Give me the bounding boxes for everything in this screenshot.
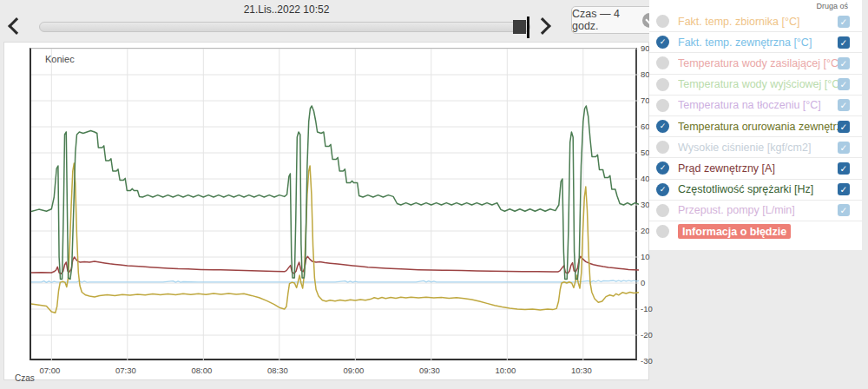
series-toggle-row[interactable]: Przepust. pompy [L/min]✓ (649, 201, 862, 221)
series-line (31, 280, 639, 282)
scroll-right-icon[interactable] (534, 17, 551, 35)
y-tick-label: -30 (641, 356, 661, 366)
series-label: Wysokie ciśnienie [kgf/cm2] (678, 142, 811, 154)
series-line (31, 163, 639, 313)
series-unselected-circle-icon[interactable] (656, 225, 669, 238)
series-label: Temperatura wody wyjściowej [°C] (678, 78, 838, 90)
x-tick-label: 08:00 (182, 366, 220, 375)
x-tick-label: 09:00 (334, 366, 372, 375)
second-axis-checkbox[interactable]: ✓ (838, 162, 850, 175)
time-range-label: Czas — 4 godz. (572, 8, 637, 32)
x-tick-label: 07:00 (30, 366, 69, 375)
series-unselected-circle-icon[interactable] (656, 141, 669, 154)
series-line (31, 256, 639, 274)
chart-canvas (31, 49, 639, 361)
second-axis-checkbox[interactable]: ✓ (838, 36, 850, 49)
chart-panel: Koniec 9080706050403020100-10-20-30 07:0… (3, 42, 649, 380)
second-axis-checkbox[interactable]: ✓ (838, 99, 850, 111)
second-axis-checkbox[interactable]: ✓ (838, 16, 850, 28)
series-toggle-row[interactable]: ✓Prąd zewnętrzny [A]✓ (649, 158, 862, 179)
series-selected-check-circle-icon[interactable]: ✓ (656, 162, 669, 175)
series-unselected-circle-icon[interactable] (656, 56, 669, 69)
second-axis-checkbox[interactable]: ✓ (838, 57, 850, 69)
error-info-badge: Informacja o błędzie (678, 224, 791, 239)
time-scrollbar-handle[interactable] (513, 20, 526, 34)
series-unselected-circle-icon[interactable] (656, 78, 669, 91)
second-axis-header: Druga oś (816, 2, 848, 10)
series-label: Temperatura wody zasilającej [°C] (678, 57, 838, 69)
y-tick-label: -20 (641, 330, 661, 340)
series-line (31, 106, 639, 280)
series-label: Częstotliwość sprężarki [Hz] (678, 183, 813, 195)
series-legend-panel: Druga oś Fakt. temp. zbiornika [°C]✓✓Fak… (649, 0, 862, 250)
chart-annotation-koniec: Koniec (45, 54, 75, 64)
series-selected-check-circle-icon[interactable]: ✓ (656, 36, 669, 49)
y-tick-label: -10 (641, 304, 661, 313)
series-toggle-row[interactable]: Temperatura na tłoczeniu [°C]✓ (649, 96, 862, 116)
series-label: Fakt. temp. zbiornika [°C] (678, 16, 799, 28)
series-selected-check-circle-icon[interactable]: ✓ (656, 120, 669, 133)
series-toggle-row[interactable]: ✓Fakt. temp. zewnętrzna [°C]✓ (649, 32, 862, 53)
series-list: Fakt. temp. zbiornika [°C]✓✓Fakt. temp. … (649, 11, 862, 242)
scroll-left-icon[interactable] (8, 17, 25, 35)
series-toggle-row[interactable]: Temperatura wody wyjściowej [°C]✓ (649, 75, 862, 96)
second-axis-checkbox[interactable]: ✓ (838, 121, 850, 133)
second-axis-checkbox[interactable]: ✓ (838, 78, 850, 90)
time-scrollbar-track[interactable] (39, 22, 530, 32)
series-selected-check-circle-icon[interactable]: ✓ (656, 183, 669, 196)
series-unselected-circle-icon[interactable] (656, 15, 669, 28)
y-tick-label: 0 (641, 278, 661, 287)
x-tick-label: 09:30 (411, 366, 449, 375)
current-time-title: 21.Lis..2022 10:52 (0, 3, 573, 16)
second-axis-checkbox[interactable]: ✓ (838, 142, 850, 154)
series-label: Temperatura orurowania zewnętrznego ... (678, 121, 838, 133)
series-toggle-row[interactable]: ✓Temperatura orurowania zewnętrznego ...… (649, 116, 862, 137)
series-label: Prąd zewnętrzny [A] (678, 162, 775, 175)
series-toggle-row[interactable]: Temperatura wody zasilającej [°C]✓ (649, 53, 862, 74)
series-label: Fakt. temp. zewnętrzna [°C] (678, 36, 812, 49)
x-tick-label: 10:30 (562, 366, 601, 375)
x-tick-label: 07:30 (107, 366, 145, 375)
series-toggle-row[interactable]: Fakt. temp. zbiornika [°C]✓ (649, 11, 862, 32)
y-tick-label: 10 (641, 252, 661, 261)
x-tick-label: 10:00 (486, 366, 524, 375)
series-toggle-row[interactable]: Wysokie ciśnienie [kgf/cm2]✓ (649, 137, 862, 158)
toolbar: 21.Lis..2022 10:52 Czas — 4 godz. (0, 0, 649, 42)
series-unselected-circle-icon[interactable] (656, 99, 669, 112)
plot-area[interactable]: Koniec (30, 48, 637, 360)
series-unselected-circle-icon[interactable] (656, 204, 669, 217)
x-tick-label: 08:30 (259, 366, 297, 375)
series-label: Przepust. pompy [L/min] (678, 204, 795, 216)
time-scrollbar-handle-bar[interactable] (527, 16, 529, 38)
second-axis-checkbox[interactable]: ✓ (838, 183, 850, 195)
series-toggle-row[interactable]: Informacja o błędzie (649, 221, 862, 242)
time-range-dropdown[interactable]: Czas — 4 godz. (571, 6, 658, 34)
second-axis-checkbox[interactable]: ✓ (838, 204, 850, 216)
x-axis-title: Czas (15, 373, 35, 383)
series-label: Temperatura na tłoczeniu [°C] (678, 99, 821, 111)
series-toggle-row[interactable]: ✓Częstotliwość sprężarki [Hz]✓ (649, 180, 862, 201)
